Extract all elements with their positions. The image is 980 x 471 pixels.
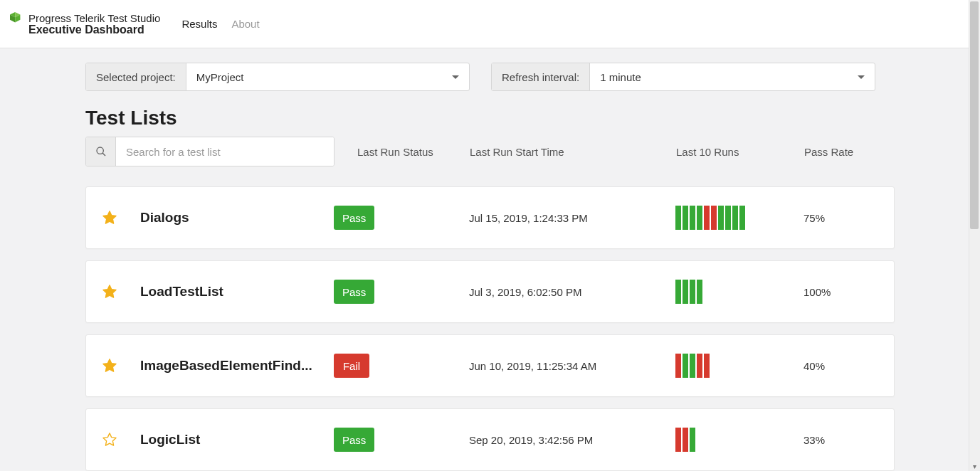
run-bar bbox=[697, 206, 702, 230]
list-header-row: Last Run Status Last Run Start Time Last… bbox=[85, 137, 895, 166]
run-bar bbox=[697, 280, 702, 304]
scrollbar[interactable]: ▾ bbox=[969, 0, 980, 471]
run-bar bbox=[675, 354, 681, 378]
app-header: Progress Telerik Test Studio Executive D… bbox=[0, 0, 980, 48]
test-list-name: LoadTestList bbox=[140, 284, 334, 300]
status-badge: Fail bbox=[334, 354, 369, 378]
run-bar bbox=[732, 206, 738, 230]
brand-title: Progress Telerik Test Studio bbox=[28, 12, 160, 24]
chevron-down-icon bbox=[452, 75, 459, 79]
run-bar bbox=[675, 206, 681, 230]
star-icon bbox=[102, 358, 117, 374]
pass-rate: 75% bbox=[804, 212, 860, 224]
pass-rate: 40% bbox=[804, 360, 860, 372]
col-header-rate: Pass Rate bbox=[804, 146, 861, 158]
run-bar bbox=[690, 354, 695, 378]
pass-rate: 100% bbox=[804, 286, 860, 298]
refresh-select[interactable]: Refresh interval: 1 minute bbox=[491, 63, 875, 91]
test-list-row[interactable]: DialogsPassJul 15, 2019, 1:24:33 PM75% bbox=[85, 186, 895, 249]
col-header-runs: Last 10 Runs bbox=[676, 146, 804, 158]
progress-logo-icon bbox=[9, 12, 24, 25]
top-nav: Results About bbox=[181, 18, 259, 30]
favorite-toggle[interactable] bbox=[102, 284, 140, 300]
nav-results[interactable]: Results bbox=[181, 18, 217, 30]
star-icon bbox=[102, 284, 117, 300]
star-icon bbox=[102, 210, 117, 226]
run-bar bbox=[683, 428, 688, 452]
run-bar bbox=[690, 206, 695, 230]
project-label: Selected project: bbox=[86, 63, 186, 90]
last-run-time: Sep 20, 2019, 3:42:56 PM bbox=[469, 434, 675, 446]
brand-subtitle: Executive Dashboard bbox=[28, 23, 160, 36]
test-list-row[interactable]: ImageBasedElementFind...FailJun 10, 2019… bbox=[85, 334, 895, 397]
col-header-time: Last Run Start Time bbox=[470, 146, 676, 158]
svg-line-1 bbox=[102, 153, 105, 156]
star-icon bbox=[102, 432, 117, 448]
favorite-toggle[interactable] bbox=[102, 358, 140, 374]
run-bar bbox=[711, 206, 717, 230]
last-runs-sparkline bbox=[675, 428, 804, 452]
last-runs-sparkline bbox=[675, 280, 804, 304]
main-content: Selected project: MyProject Refresh inte… bbox=[0, 48, 980, 471]
refresh-value: 1 minute bbox=[600, 71, 641, 83]
last-runs-sparkline bbox=[675, 354, 804, 378]
status-badge: Pass bbox=[334, 428, 374, 452]
refresh-label: Refresh interval: bbox=[492, 63, 590, 90]
run-bar bbox=[697, 354, 702, 378]
test-list-name: Dialogs bbox=[140, 210, 334, 226]
run-bar bbox=[683, 354, 688, 378]
last-runs-sparkline bbox=[675, 206, 804, 230]
last-run-time: Jul 3, 2019, 6:02:50 PM bbox=[469, 286, 675, 298]
run-bar bbox=[683, 280, 688, 304]
last-run-time: Jul 15, 2019, 1:24:33 PM bbox=[469, 212, 675, 224]
status-badge: Pass bbox=[334, 280, 374, 304]
status-cell: Pass bbox=[334, 280, 469, 304]
search-icon bbox=[95, 146, 107, 157]
favorite-toggle[interactable] bbox=[102, 432, 140, 448]
run-bar bbox=[675, 280, 681, 304]
scrollbar-thumb[interactable] bbox=[970, 1, 979, 229]
status-badge: Pass bbox=[334, 206, 374, 230]
favorite-toggle[interactable] bbox=[102, 210, 140, 226]
filters-row: Selected project: MyProject Refresh inte… bbox=[85, 63, 895, 91]
search-input[interactable] bbox=[116, 137, 334, 166]
search-button[interactable] bbox=[86, 137, 116, 166]
test-list-cards: DialogsPassJul 15, 2019, 1:24:33 PM75% L… bbox=[85, 186, 895, 471]
test-list-name: LogicList bbox=[140, 432, 334, 448]
run-bar bbox=[683, 206, 688, 230]
scroll-down-icon[interactable]: ▾ bbox=[971, 462, 978, 470]
run-bar bbox=[718, 206, 724, 230]
col-header-status: Last Run Status bbox=[334, 146, 470, 158]
status-cell: Pass bbox=[334, 206, 469, 230]
chevron-down-icon bbox=[858, 75, 865, 79]
test-list-name: ImageBasedElementFind... bbox=[140, 358, 334, 374]
test-list-row[interactable]: LoadTestListPassJul 3, 2019, 6:02:50 PM1… bbox=[85, 260, 895, 323]
project-value: MyProject bbox=[196, 71, 244, 83]
last-run-time: Jun 10, 2019, 11:25:34 AM bbox=[469, 360, 675, 372]
run-bar bbox=[739, 206, 745, 230]
test-list-row[interactable]: LogicListPassSep 20, 2019, 3:42:56 PM33% bbox=[85, 408, 895, 471]
project-select[interactable]: Selected project: MyProject bbox=[85, 63, 470, 91]
page-title: Test Lists bbox=[85, 107, 895, 129]
status-cell: Fail bbox=[334, 354, 469, 378]
run-bar bbox=[690, 280, 695, 304]
status-cell: Pass bbox=[334, 428, 469, 452]
run-bar bbox=[725, 206, 731, 230]
brand-block: Progress Telerik Test Studio Executive D… bbox=[9, 12, 160, 36]
search-box bbox=[85, 137, 334, 166]
svg-point-0 bbox=[97, 147, 103, 154]
nav-about[interactable]: About bbox=[231, 18, 259, 30]
run-bar bbox=[704, 206, 710, 230]
pass-rate: 33% bbox=[804, 434, 860, 446]
run-bar bbox=[704, 354, 710, 378]
run-bar bbox=[675, 428, 681, 452]
run-bar bbox=[690, 428, 695, 452]
